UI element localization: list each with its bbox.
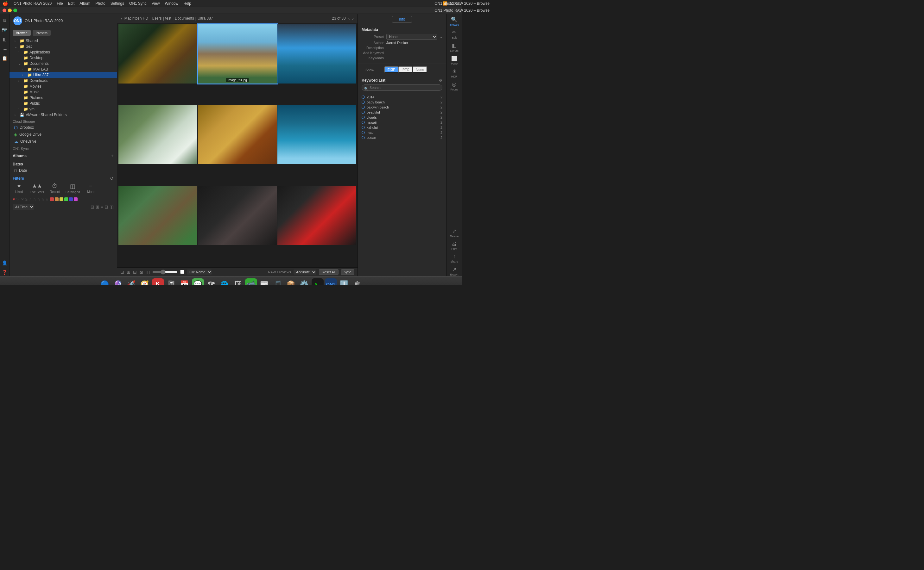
fr-edit[interactable]: ✏ Edit bbox=[452, 29, 457, 39]
filmstrip-icon[interactable]: ⊞ bbox=[127, 270, 131, 274]
keyword-dot-icon[interactable] bbox=[361, 101, 365, 104]
list-view-icon[interactable]: ≡ bbox=[101, 204, 103, 209]
menu-on1sync[interactable]: ON1 Sync bbox=[127, 0, 149, 7]
photo-cell-6[interactable] bbox=[277, 105, 356, 164]
keyword-dot-icon[interactable] bbox=[361, 121, 365, 124]
photo-cell-7[interactable] bbox=[118, 186, 197, 245]
photo-cell-3[interactable] bbox=[277, 25, 356, 84]
filters-reset-icon[interactable]: ↺ bbox=[110, 176, 114, 181]
time-select[interactable]: All Time bbox=[13, 204, 34, 210]
dock-messages[interactable]: 💬 bbox=[192, 278, 204, 285]
grid-icon[interactable]: ⊟ bbox=[133, 270, 137, 274]
file-name-select[interactable]: File Name bbox=[187, 270, 212, 274]
fr-layers[interactable]: ◧ Layers bbox=[450, 42, 458, 52]
tree-applications[interactable]: › 📁 Applications bbox=[9, 49, 117, 55]
tab-exif[interactable]: EXIF bbox=[384, 66, 398, 73]
filter-five-stars[interactable]: ★★ Five Stars bbox=[30, 183, 44, 194]
menu-help[interactable]: Help bbox=[181, 0, 194, 7]
menu-album[interactable]: Album bbox=[77, 0, 93, 7]
maximize-button[interactable] bbox=[13, 9, 17, 12]
photo-cell-2[interactable]: Image_23.jpg bbox=[198, 25, 277, 84]
icon-browse[interactable]: 📷 bbox=[1, 26, 9, 34]
star-1[interactable]: ☆ bbox=[29, 197, 32, 201]
star-2[interactable]: ☆ bbox=[33, 197, 37, 201]
add-album-button[interactable]: + bbox=[111, 153, 114, 159]
dock-launchpad[interactable]: 🚀 bbox=[125, 278, 137, 285]
dock-on1[interactable]: ON1 bbox=[325, 278, 337, 285]
filmstrip-icon[interactable]: ⊟ bbox=[105, 204, 108, 209]
back-arrow[interactable]: ‹ bbox=[121, 16, 123, 21]
breadcrumb-test[interactable]: test bbox=[165, 16, 171, 21]
grid-view-icon[interactable]: ⊞ bbox=[95, 204, 100, 209]
dock-siri[interactable]: 🔮 bbox=[112, 278, 124, 285]
filter-recent[interactable]: ⏱ Recent bbox=[48, 183, 61, 194]
photo-cell-1[interactable] bbox=[118, 25, 197, 84]
tree-ultra387[interactable]: › 📁 Ultra 387 bbox=[9, 72, 117, 78]
reset-all-button[interactable]: Reset All bbox=[319, 269, 338, 275]
date-item[interactable]: ◻ Date bbox=[13, 168, 114, 173]
preset-select[interactable]: None bbox=[386, 34, 437, 40]
dock-maps[interactable]: 🗺 bbox=[205, 278, 217, 285]
photo-cell-4[interactable] bbox=[118, 105, 197, 164]
tree-pictures[interactable]: 📁 Pictures bbox=[9, 95, 117, 101]
menu-edit[interactable]: Edit bbox=[66, 0, 77, 7]
menu-appname[interactable]: ON1 Photo RAW 2020 bbox=[11, 0, 54, 7]
dock-facetime[interactable]: 📹 bbox=[245, 278, 257, 285]
dock-klokki[interactable]: K bbox=[152, 278, 164, 285]
tree-vmware[interactable]: › 💾 VMware Shared Folders bbox=[9, 112, 117, 118]
close-button[interactable] bbox=[3, 9, 6, 12]
swatch-yellow[interactable] bbox=[60, 198, 63, 201]
breadcrumb-users[interactable]: Users bbox=[152, 16, 161, 21]
menu-photo[interactable]: Photo bbox=[93, 0, 108, 7]
swatch-red[interactable] bbox=[50, 198, 54, 201]
next-arrow[interactable]: › bbox=[352, 16, 354, 21]
fr-focus[interactable]: ◎ Focus bbox=[450, 81, 458, 91]
sync-button[interactable]: Sync bbox=[341, 269, 354, 275]
raw-checkbox[interactable] bbox=[180, 270, 184, 274]
tree-shared[interactable]: › 📁 Shared bbox=[9, 38, 117, 44]
filter-cataloged[interactable]: ◫ Cataloged bbox=[66, 183, 80, 194]
icon-sync[interactable]: ☁ bbox=[1, 45, 9, 52]
star-4[interactable]: ☆ bbox=[41, 197, 45, 201]
tree-music[interactable]: 📁 Music bbox=[9, 89, 117, 95]
star-5[interactable]: ☆ bbox=[45, 197, 49, 201]
fr-hdr[interactable]: ☀ HDR bbox=[451, 68, 458, 78]
swatch-orange[interactable] bbox=[55, 198, 58, 201]
dock-terminal[interactable]: $_ bbox=[312, 278, 324, 285]
photo-cell-5[interactable] bbox=[198, 105, 277, 164]
info-button[interactable]: Info bbox=[392, 16, 412, 23]
menu-view[interactable]: View bbox=[149, 0, 163, 7]
dock-trash[interactable]: 🗑 bbox=[352, 278, 363, 285]
filter-liked[interactable]: ♥ Liked bbox=[13, 183, 25, 194]
star-3[interactable]: ☆ bbox=[37, 197, 40, 201]
tree-downloads[interactable]: › 📁 Downloads bbox=[9, 78, 117, 84]
dock-news[interactable]: 📰 bbox=[258, 278, 271, 285]
filter-more[interactable]: ≡ More bbox=[85, 183, 97, 194]
breadcrumb-docs[interactable]: Documents bbox=[175, 16, 194, 21]
apple-menu[interactable]: 🍎 bbox=[3, 1, 8, 6]
browse-tab[interactable]: Browse bbox=[13, 30, 31, 36]
icon-user[interactable]: 👤 bbox=[1, 259, 9, 267]
icon-monitor[interactable]: 🖥 bbox=[1, 17, 9, 24]
icon-layers[interactable]: ◧ bbox=[1, 35, 9, 43]
fr-export[interactable]: ↗ Export bbox=[450, 266, 458, 276]
keyword-dot-icon[interactable] bbox=[361, 106, 365, 109]
keyword-dot-icon[interactable] bbox=[361, 136, 365, 139]
keyword-dot-icon[interactable] bbox=[361, 116, 365, 119]
swatch-blue[interactable] bbox=[69, 198, 73, 201]
dock-sysprefs[interactable]: ⚙️ bbox=[298, 278, 310, 285]
menu-window[interactable]: Window bbox=[163, 0, 181, 7]
menu-file[interactable]: File bbox=[54, 0, 65, 7]
menu-settings[interactable]: Settings bbox=[108, 0, 127, 7]
tree-documents[interactable]: ⌄ 📁 Documents bbox=[9, 61, 117, 66]
zoom-slider[interactable] bbox=[152, 270, 178, 274]
presets-tab[interactable]: Presets bbox=[32, 30, 51, 36]
icon-export[interactable]: 📋 bbox=[1, 54, 9, 62]
tree-vm[interactable]: › 📁 vm bbox=[9, 106, 117, 112]
icon-help[interactable]: ❓ bbox=[1, 268, 9, 276]
fr-print[interactable]: 🖨 Print bbox=[451, 241, 457, 251]
keyword-dot-icon[interactable] bbox=[361, 131, 365, 134]
compare-icon[interactable]: ◫ bbox=[109, 204, 114, 209]
dock-music[interactable]: 🎵 bbox=[272, 278, 284, 285]
dock-finder[interactable]: 🔵 bbox=[99, 278, 111, 285]
